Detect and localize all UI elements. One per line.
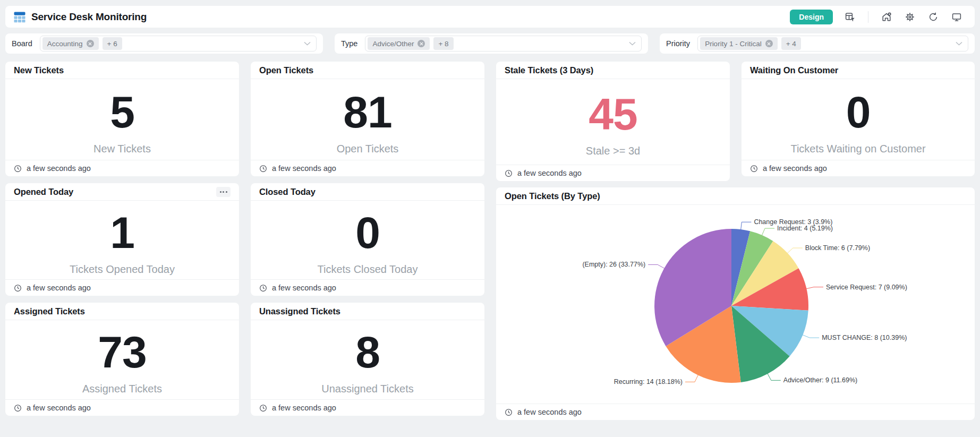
card-subtitle: New Tickets xyxy=(93,143,151,155)
page-title: Service Desk Monitoring xyxy=(31,11,147,23)
updated-timestamp: a few seconds ago xyxy=(27,164,91,173)
unassigned-tickets-card: Unassigned Tickets 8 Unassigned Tickets … xyxy=(251,303,484,416)
card-subtitle: Open Tickets xyxy=(337,143,399,155)
card-title: Open Tickets (By Type) xyxy=(505,191,600,201)
board-filter-group: Board Accounting + 6 xyxy=(5,33,323,54)
app-header: Service Desk Monitoring Design xyxy=(5,6,975,28)
pie-label-line xyxy=(806,287,823,289)
card-subtitle: Tickets Waiting on Customer xyxy=(790,143,925,155)
new-tickets-value: 5 xyxy=(110,90,134,134)
closed-today-value: 0 xyxy=(355,210,380,255)
more-chips-badge[interactable]: + 4 xyxy=(781,37,801,50)
card-subtitle: Tickets Closed Today xyxy=(318,263,418,276)
open-tickets-by-type-pie-chart[interactable]: Change Request: 3 (3.9%)Incident: 4 (5.1… xyxy=(496,205,974,404)
priority-filter-label: Priority xyxy=(666,39,690,48)
assigned-tickets-value: 73 xyxy=(98,330,146,374)
filter-chip[interactable]: Advice/Other xyxy=(368,37,430,50)
updated-timestamp: a few seconds ago xyxy=(763,164,827,173)
chip-remove-icon[interactable] xyxy=(765,40,773,47)
card-title: Assigned Tickets xyxy=(14,306,85,316)
clock-icon xyxy=(259,284,267,292)
type-filter-label: Type xyxy=(341,39,357,48)
pie-slice-label: (Empty): 26 (33.77%) xyxy=(582,261,645,268)
opened-today-card: Opened Today 1 Tickets Opened Today a fe… xyxy=(5,183,239,296)
chip-remove-icon[interactable] xyxy=(87,40,94,47)
header-divider xyxy=(868,11,868,23)
settings-gear-icon[interactable] xyxy=(905,12,915,22)
updated-timestamp: a few seconds ago xyxy=(27,404,91,412)
card-title: Opened Today xyxy=(14,187,73,197)
chevron-down-icon[interactable] xyxy=(304,41,311,46)
card-title: Waiting On Customer xyxy=(750,65,838,75)
chevron-down-icon[interactable] xyxy=(629,41,636,46)
card-subtitle: Tickets Opened Today xyxy=(70,263,175,276)
card-subtitle: Stale >= 3d xyxy=(586,145,640,157)
more-options-button[interactable] xyxy=(216,187,231,197)
chip-label: Accounting xyxy=(47,40,83,48)
pie-slice-label: Service Request: 7 (9.09%) xyxy=(826,284,907,291)
waiting-on-customer-value: 0 xyxy=(846,90,871,134)
chip-remove-icon[interactable] xyxy=(417,40,425,47)
clock-icon xyxy=(505,169,513,177)
board-filter-select[interactable]: Accounting + 6 xyxy=(40,36,317,52)
assigned-tickets-card: Assigned Tickets 73 Assigned Tickets a f… xyxy=(5,303,239,416)
design-button[interactable]: Design xyxy=(790,10,833,24)
pie-label-line xyxy=(802,335,819,338)
open-tickets-card: Open Tickets 81 Open Tickets a few secon… xyxy=(251,62,484,176)
filter-chip[interactable]: Accounting xyxy=(42,37,99,50)
updated-timestamp: a few seconds ago xyxy=(272,164,336,173)
type-filter-group: Type Advice/Other + 8 xyxy=(335,33,648,54)
stale-tickets-card: Stale Tickets (3 Days) 45 Stale >= 3d a … xyxy=(496,62,730,181)
pie-slice-label: Recurring: 14 (18.18%) xyxy=(614,378,683,385)
clock-icon xyxy=(259,404,267,412)
stale-tickets-value: 45 xyxy=(589,92,637,136)
pie-label-line xyxy=(787,248,803,253)
priority-filter-select[interactable]: Priority 1 - Critical + 4 xyxy=(697,36,968,52)
clock-icon xyxy=(505,408,513,416)
card-title: Open Tickets xyxy=(259,65,313,75)
waiting-on-customer-card: Waiting On Customer 0 Tickets Waiting on… xyxy=(742,62,975,176)
card-subtitle: Assigned Tickets xyxy=(82,383,162,395)
pie-label-line xyxy=(741,222,752,230)
card-title: Unassigned Tickets xyxy=(259,306,340,316)
pie-label-line xyxy=(762,228,774,236)
refresh-icon[interactable] xyxy=(928,12,939,22)
updated-timestamp: a few seconds ago xyxy=(27,284,91,292)
board-filter-label: Board xyxy=(12,39,32,48)
pie-label-line xyxy=(648,264,664,268)
clock-icon xyxy=(14,165,22,173)
view-filter-icon[interactable] xyxy=(845,12,855,22)
pie-slice-label: Block Time: 6 (7.79%) xyxy=(805,244,870,252)
pie-label-line xyxy=(685,375,698,382)
opened-today-value: 1 xyxy=(110,210,134,255)
closed-today-card: Closed Today 0 Tickets Closed Today a fe… xyxy=(251,183,484,296)
clock-icon xyxy=(14,404,22,412)
type-filter-select[interactable]: Advice/Other + 8 xyxy=(365,36,642,52)
card-subtitle: Unassigned Tickets xyxy=(321,383,413,395)
app-logo-icon xyxy=(14,11,25,23)
clock-icon xyxy=(14,284,22,292)
chip-label: Priority 1 - Critical xyxy=(705,40,762,48)
pie-slice-label: Incident: 4 (5.19%) xyxy=(777,225,833,232)
updated-timestamp: a few seconds ago xyxy=(517,169,582,177)
present-screen-icon[interactable] xyxy=(951,12,962,22)
more-chips-badge[interactable]: + 8 xyxy=(433,37,453,50)
chevron-down-icon[interactable] xyxy=(956,41,962,46)
filter-chip[interactable]: Priority 1 - Critical xyxy=(700,37,778,50)
open-tickets-by-type-card: Open Tickets (By Type) Change Request: 3… xyxy=(496,187,975,420)
pie-label-line xyxy=(768,373,781,380)
pie-slice-label: Advice/Other: 9 (11.69%) xyxy=(783,376,857,384)
open-tickets-value: 81 xyxy=(343,90,391,134)
updated-timestamp: a few seconds ago xyxy=(272,404,336,412)
card-title: Stale Tickets (3 Days) xyxy=(505,65,593,75)
unassigned-tickets-value: 8 xyxy=(355,330,380,374)
priority-filter-group: Priority Priority 1 - Critical + 4 xyxy=(660,33,975,54)
clock-icon xyxy=(259,165,267,173)
updated-timestamp: a few seconds ago xyxy=(517,408,582,416)
more-chips-badge[interactable]: + 6 xyxy=(103,37,122,50)
more-options-icon xyxy=(220,191,221,193)
home-add-icon[interactable] xyxy=(881,12,892,22)
new-tickets-card: New Tickets 5 New Tickets a few seconds … xyxy=(5,62,239,176)
card-title: New Tickets xyxy=(14,65,64,75)
card-title: Closed Today xyxy=(259,187,316,197)
